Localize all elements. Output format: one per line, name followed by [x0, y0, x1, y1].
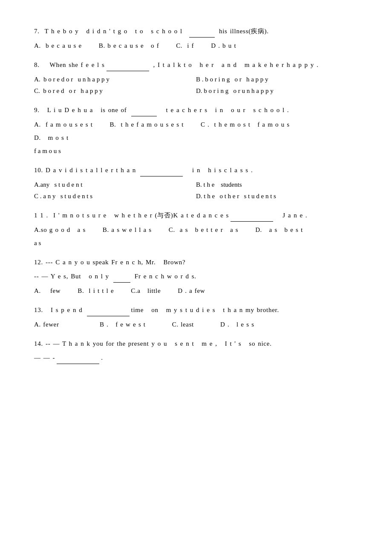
q9-option-b: B. t h e f a m o u s e s t [110, 119, 184, 130]
q13-options: A. fewer B . f e w e s t C. least D . l … [34, 319, 358, 330]
q7-option-a: A. b e c a u s e [34, 40, 82, 52]
q8-option-c: C. b o r e d o r h a p p y [34, 85, 196, 97]
q12-option-d: D . a few [178, 285, 205, 297]
q12-option-b: B. l i t t l e [78, 285, 114, 297]
q9-text: 9. L i u D e h u a is one of t e a c h e… [34, 104, 358, 116]
q8-option-a: A. b o r e d o r u n h a p p y [34, 74, 196, 85]
q14-blank [57, 352, 99, 364]
q10-option-c: C . a n y s t u d e n t s [34, 191, 196, 202]
q14-text2: — — - . [34, 352, 358, 364]
question-13: 13. I s p e n d time on m y s t u d i e … [34, 304, 358, 330]
worksheet-content: 7. T h e b o y d i d n ' t g o t o s c h… [34, 26, 358, 364]
q9-blank [131, 104, 157, 116]
q7-option-c: C. i f [176, 40, 194, 52]
q13-option-c: C. least [163, 319, 194, 330]
question-11: 1 1 . I ' m n o t s u r e w h e t h e r … [34, 210, 358, 249]
q7-options: A. b e c a u s e B. b e c a u s e o f C.… [34, 40, 358, 52]
q8-options: A. b o r e d o r u n h a p p y B . b o r… [34, 74, 358, 85]
q8-option-d: D. b o r i n g o r u n h a p p y [196, 85, 358, 97]
q11-overflow: a s [34, 237, 358, 249]
q10-text: 10. D a v i d i s t a l l e r t h a n i … [34, 165, 358, 176]
q12-text1: 12. --- C a n y o u speak Fr e n c h, Mr… [34, 257, 358, 268]
q9-option-a: A. f a m o u s e s t [34, 119, 93, 130]
q10-blank [140, 165, 183, 176]
q13-text: 13. I s p e n d time on m y s t u d i e … [34, 304, 358, 316]
q12-text2: -- — Y e s, But o n l y Fr e n c h w o r… [34, 271, 358, 283]
q10-option-d: D. t h e o t h e r s t u d e n t s [196, 191, 358, 202]
q8-blank [107, 59, 149, 71]
q14-text1: 14. -- — T h a n k you for the present y… [34, 338, 358, 350]
question-9: 9. L i u D e h u a is one of t e a c h e… [34, 104, 358, 157]
q10-option-b: B. t h e students [196, 179, 358, 191]
q12-options: A. few B. l i t t l e C.a little D . a f… [34, 285, 358, 297]
q8-option-b: B . b o r i n g o r h a p p y [196, 74, 358, 85]
q10-options-cd: C . a n y s t u d e n t s D. t h e o t h… [34, 191, 358, 202]
question-12: 12. --- C a n y o u speak Fr e n c h, Mr… [34, 257, 358, 297]
q11-blank [231, 210, 273, 222]
q11-text: 1 1 . I ' m n o t s u r e w h e t h e r … [34, 210, 358, 222]
q9-option-c: C . t h e m o s t f a m o u s [201, 119, 290, 130]
question-8: 8. When she f e e l s , I t a l k t o h … [34, 59, 358, 97]
q7-option-b: B. b e c a u s e o f [99, 40, 159, 52]
q11-option-a: A.so g o o d a s [34, 224, 86, 236]
question-14: 14. -- — T h a n k you for the present y… [34, 338, 358, 364]
question-7: 7. T h e b o y d i d n ' t g o t o s c h… [34, 26, 358, 52]
q9-options: A. f a m o u s e s t B. t h e f a m o u … [34, 119, 358, 144]
q7-text: 7. T h e b o y d i d n ' t g o t o s c h… [34, 26, 358, 38]
q13-option-b: B . f e w e s t [76, 319, 145, 330]
q9-overflow: f a m o u s [34, 145, 358, 157]
q7-blank [189, 26, 215, 38]
q8-options-cd: C. b o r e d o r h a p p y D. b o r i n … [34, 85, 358, 97]
q10-option-a: A.any s t u d e n t [34, 179, 196, 191]
q13-option-a: A. fewer [34, 319, 59, 330]
q12-option-a: A. few [34, 285, 61, 297]
q11-option-d: D. a s b e s t [255, 224, 303, 236]
q12-option-c: C.a little [131, 285, 161, 297]
q11-option-b: B. a s w e l l a s [103, 224, 152, 236]
q13-option-d: D . l e s s [211, 319, 254, 330]
q11-option-c: C. a s b e t t e r a s [169, 224, 238, 236]
q11-options: A.so g o o d a s B. a s w e l l a s C. a… [34, 224, 358, 236]
q13-blank [87, 304, 130, 316]
q8-text: 8. When she f e e l s , I t a l k t o h … [34, 59, 358, 71]
q12-blank [113, 271, 130, 283]
q7-option-d: D . b u t [211, 40, 236, 52]
q9-option-d: D. m o s t [34, 132, 69, 144]
q10-options-ab: A.any s t u d e n t B. t h e students [34, 179, 358, 191]
question-10: 10. D a v i d i s t a l l e r t h a n i … [34, 165, 358, 202]
